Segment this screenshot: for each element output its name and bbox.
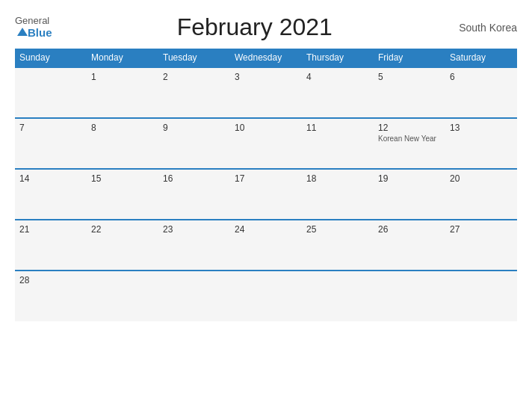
calendar-cell: 14 — [15, 169, 87, 220]
day-number: 16 — [163, 173, 226, 184]
event-label: Korean New Year — [378, 135, 441, 143]
calendar-cell: 21 — [15, 220, 87, 271]
day-number: 17 — [235, 173, 297, 184]
calendar-cell: 19 — [374, 169, 445, 220]
day-number: 7 — [19, 123, 82, 133]
calendar-cell: 13 — [445, 118, 517, 169]
calendar-cell: 6 — [445, 67, 517, 118]
day-number: 18 — [306, 173, 369, 184]
calendar-cell — [15, 67, 87, 118]
calendar-cell: 27 — [445, 220, 517, 271]
weekday-header: Sunday — [15, 49, 87, 67]
calendar-week-row: 14151617181920 — [15, 169, 517, 220]
calendar-cell: 11 — [302, 118, 374, 169]
calendar-cell: 24 — [230, 220, 302, 271]
calendar-cell: 5 — [374, 67, 445, 118]
calendar-header: General Blue February 2021 South Korea — [15, 13, 517, 41]
weekday-header: Thursday — [302, 49, 374, 67]
calendar-cell: 8 — [87, 118, 158, 169]
day-number: 3 — [235, 72, 297, 82]
calendar-week-row: 123456 — [15, 67, 517, 118]
calendar-cell: 25 — [302, 220, 374, 271]
day-number: 24 — [235, 224, 297, 235]
day-number: 12 — [378, 123, 441, 133]
weekday-header: Wednesday — [230, 49, 302, 67]
calendar-cell: 16 — [158, 169, 230, 220]
calendar-cell — [158, 271, 230, 321]
day-number: 5 — [378, 72, 441, 82]
day-number: 19 — [378, 173, 441, 184]
logo-triangle-icon — [17, 28, 28, 36]
day-number: 27 — [450, 224, 513, 235]
calendar-cell — [230, 271, 302, 321]
calendar-cell: 7 — [15, 118, 87, 169]
calendar-cell — [445, 271, 517, 321]
calendar-table: SundayMondayTuesdayWednesdayThursdayFrid… — [15, 49, 517, 321]
day-number: 14 — [19, 173, 82, 184]
calendar-week-row: 21222324252627 — [15, 220, 517, 271]
day-number: 25 — [306, 224, 369, 235]
day-number: 6 — [450, 72, 513, 82]
calendar-cell: 18 — [302, 169, 374, 220]
day-number: 23 — [163, 224, 226, 235]
day-number: 20 — [450, 173, 513, 184]
calendar-cell: 9 — [158, 118, 230, 169]
calendar-cell: 10 — [230, 118, 302, 169]
calendar-cell: 23 — [158, 220, 230, 271]
day-number: 21 — [19, 224, 82, 235]
weekday-header: Monday — [87, 49, 158, 67]
logo-blue-text: Blue — [15, 26, 52, 40]
day-number: 11 — [306, 123, 369, 133]
day-number: 2 — [163, 72, 226, 82]
logo-general-text: General — [15, 16, 49, 26]
day-number: 15 — [91, 173, 154, 184]
calendar-container: General Blue February 2021 South Korea S… — [0, 0, 532, 411]
calendar-title: February 2021 — [52, 13, 457, 41]
calendar-cell — [374, 271, 445, 321]
calendar-cell: 2 — [158, 67, 230, 118]
calendar-cell: 17 — [230, 169, 302, 220]
day-number: 4 — [306, 72, 369, 82]
calendar-cell: 26 — [374, 220, 445, 271]
country-label: South Korea — [457, 22, 517, 34]
calendar-week-row: 789101112Korean New Year13 — [15, 118, 517, 169]
weekday-header: Friday — [374, 49, 445, 67]
day-number: 13 — [450, 123, 513, 133]
day-number: 22 — [91, 224, 154, 235]
day-number: 8 — [91, 123, 154, 133]
weekday-header: Tuesday — [158, 49, 230, 67]
calendar-week-row: 28 — [15, 271, 517, 321]
calendar-cell — [87, 271, 158, 321]
calendar-cell: 1 — [87, 67, 158, 118]
calendar-cell: 4 — [302, 67, 374, 118]
weekday-header-row: SundayMondayTuesdayWednesdayThursdayFrid… — [15, 49, 517, 67]
weekday-header: Saturday — [445, 49, 517, 67]
logo: General Blue — [15, 16, 52, 40]
calendar-cell: 28 — [15, 271, 87, 321]
day-number: 28 — [19, 275, 82, 285]
logo-blue-label: Blue — [28, 26, 52, 39]
calendar-cell: 22 — [87, 220, 158, 271]
calendar-cell: 3 — [230, 67, 302, 118]
day-number: 1 — [91, 72, 154, 82]
calendar-cell: 12Korean New Year — [374, 118, 445, 169]
day-number: 9 — [163, 123, 226, 133]
calendar-cell — [302, 271, 374, 321]
calendar-cell: 15 — [87, 169, 158, 220]
day-number: 26 — [378, 224, 441, 235]
calendar-cell: 20 — [445, 169, 517, 220]
day-number: 10 — [235, 123, 297, 133]
